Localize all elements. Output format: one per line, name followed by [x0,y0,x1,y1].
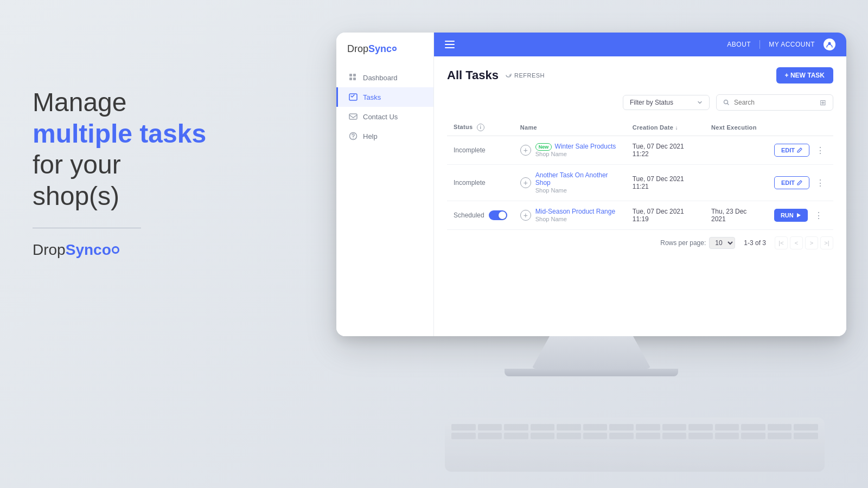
key [609,424,634,431]
search-box[interactable]: ⊞ [716,94,833,111]
key [583,424,608,431]
key [504,433,528,439]
edit-button-2[interactable]: EDIT [774,176,809,189]
key [531,433,555,439]
run-button-3[interactable]: RUN [774,209,808,222]
help-label: Help [363,132,378,140]
task-link-1[interactable]: New Winter Sale Products [535,143,616,150]
edit-button-1[interactable]: EDIT [774,144,809,157]
divider [33,228,141,228]
account-icon[interactable] [824,38,835,50]
sidebar-item-tasks[interactable]: Tasks [336,87,433,107]
sidebar-item-help[interactable]: Help [336,126,433,146]
key [583,433,608,439]
hamburger-icon[interactable] [445,41,455,48]
svg-rect-1 [353,74,356,76]
status-cell-1: Incomplete [454,146,486,154]
about-link[interactable]: ABOUT [727,41,751,48]
monitor-wrapper: DropSync Dashboard T [336,33,846,376]
key [741,433,765,439]
more-button-2[interactable]: ⋮ [814,176,827,189]
task-link-3[interactable]: Mid-Season Product Range [535,208,615,215]
add-icon-3[interactable]: + [520,210,531,221]
key [768,424,792,431]
key [662,433,687,439]
filters-row: Filter by Status ⊞ [447,94,833,111]
monitor-stand [532,336,651,369]
app-container: DropSync Dashboard T [336,33,846,336]
add-icon-2[interactable]: + [520,177,531,188]
svg-rect-3 [353,78,356,80]
rows-per-page: Rows per page: 10 25 50 [660,237,735,249]
status-filter[interactable]: Filter by Status [623,95,710,110]
pagination-row: Rows per page: 10 25 50 1-3 of 3 |< < > [447,230,833,256]
creation-date-3: Tue, 07 Dec 2021 11:19 [633,208,684,223]
page-info: 1-3 of 3 [744,239,766,247]
first-page-button[interactable]: |< [775,236,788,249]
new-badge-1: New [535,143,552,151]
search-input[interactable] [734,99,815,106]
page-header: All Tasks REFRESH + NEW TASK [447,67,833,84]
more-button-1[interactable]: ⋮ [814,144,827,157]
topbar-left [445,41,455,48]
key [662,424,687,431]
key [794,433,818,439]
prev-page-button[interactable]: < [790,236,803,249]
page-nav: |< < > >| [775,236,833,249]
key [531,424,555,431]
action-cell-1: EDIT ⋮ [774,144,827,157]
task-info-3: Mid-Season Product Range Shop Name [535,208,615,223]
tasks-table: Status i Name Creation Date ↓ Next Execu… [447,119,833,230]
sidebar-item-dashboard[interactable]: Dashboard [336,68,433,87]
my-account-link[interactable]: MY ACCOUNT [769,41,815,48]
creation-date-2: Tue, 07 Dec 2021 11:21 [633,175,684,190]
key [688,433,713,439]
main-content: ABOUT MY ACCOUNT [434,33,846,336]
status-cell-3: Scheduled [454,211,484,219]
svg-marker-10 [797,213,801,217]
bottom-logo: DropSynco [33,241,217,259]
refresh-button[interactable]: REFRESH [505,72,545,79]
task-name-cell-1: + New Winter Sale Products Shop Name [520,143,620,158]
creation-date-1: Tue, 07 Dec 2021 11:22 [633,143,684,158]
topbar-divider [760,40,760,49]
page-content: All Tasks REFRESH + NEW TASK [434,56,846,336]
key [478,433,502,439]
rows-per-page-select[interactable]: 10 25 50 [709,237,735,249]
new-task-button[interactable]: + NEW TASK [776,67,833,84]
svg-rect-4 [349,94,357,100]
search-icon [723,99,730,106]
status-info-icon[interactable]: i [477,124,484,131]
key [451,424,476,431]
key [768,433,792,439]
key [609,433,634,439]
task-info-2: Another Task On Another Shop Shop Name [535,171,620,194]
toggle-switch-3[interactable] [489,210,507,220]
name-column-header: Name [514,119,626,136]
actions-column-header [768,119,833,136]
more-button-3[interactable]: ⋮ [812,209,825,222]
status-cell-2: Incomplete [454,179,486,187]
topbar-right: ABOUT MY ACCOUNT [727,38,835,50]
task-link-2[interactable]: Another Task On Another Shop [535,171,620,187]
svg-point-7 [353,138,354,139]
shop-name-1: Shop Name [535,151,567,157]
next-page-button[interactable]: > [805,236,818,249]
key [688,424,713,431]
sidebar-item-contact[interactable]: Contact Us [336,107,433,126]
monitor-base [505,369,678,376]
svg-rect-5 [349,114,357,119]
key [636,424,660,431]
add-icon-1[interactable]: + [520,145,531,156]
filter-label: Filter by Status [630,99,673,106]
svg-rect-0 [349,74,352,76]
last-page-button[interactable]: >| [820,236,833,249]
key [741,424,765,431]
key [557,424,581,431]
search-clear-icon[interactable]: ⊞ [820,98,826,107]
creation-date-column-header[interactable]: Creation Date ↓ [626,119,705,136]
keyboard [445,418,825,472]
task-name-cell-2: + Another Task On Another Shop Shop Name [520,171,620,194]
action-cell-2: EDIT ⋮ [774,176,827,189]
next-execution-column-header: Next Execution [705,119,768,136]
